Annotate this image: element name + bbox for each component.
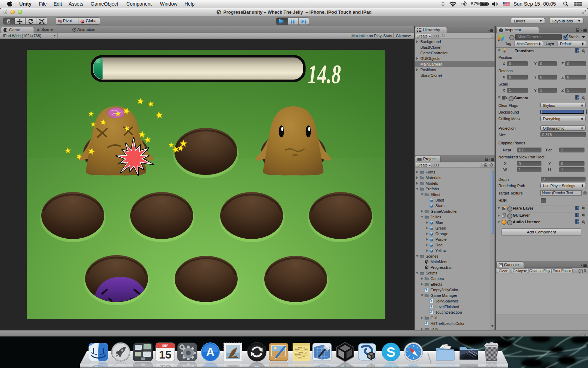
svg-text:A: A [206,345,215,359]
svg-text:?: ? [577,220,579,224]
svg-text:SEP: SEP [162,344,168,347]
svg-text:14.8: 14.8 [308,59,341,89]
svg-text:?: ? [577,49,579,53]
svg-text:?: ? [577,96,579,100]
svg-text:?: ? [577,214,579,217]
svg-text:?: ? [577,207,579,210]
svg-text:15: 15 [159,348,172,361]
svg-text:S: S [386,345,395,360]
